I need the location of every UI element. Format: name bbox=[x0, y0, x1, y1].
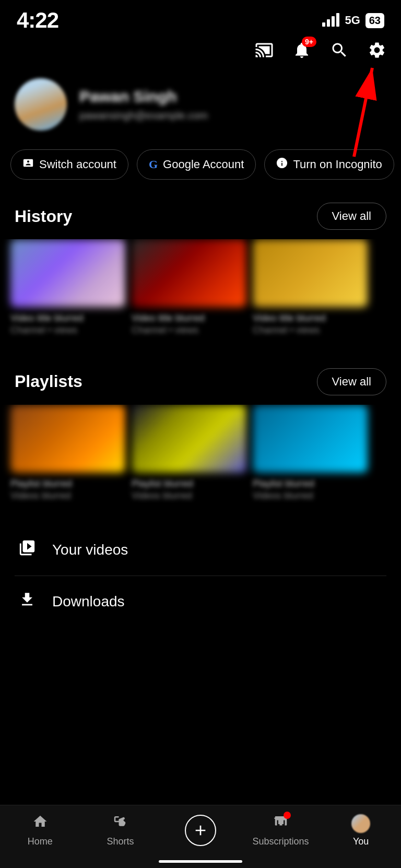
history-thumb-2-text: Video title blurredChannel • views bbox=[132, 312, 246, 337]
history-thumb-2 bbox=[132, 239, 246, 307]
notification-button[interactable]: 9+ bbox=[292, 41, 311, 64]
google-account-button[interactable]: G Google Account bbox=[137, 149, 256, 180]
search-button[interactable] bbox=[330, 41, 349, 64]
history-thumb-3-text: Video title blurredChannel • views bbox=[253, 312, 368, 337]
playlists-thumbnails-row: Playlist blurredVideos blurred Playlist … bbox=[0, 405, 401, 509]
list-item[interactable]: Playlist blurredVideos blurred bbox=[253, 405, 368, 502]
playlists-view-all-button[interactable]: View all bbox=[317, 368, 386, 395]
switch-account-icon bbox=[22, 157, 34, 172]
home-icon bbox=[32, 814, 48, 833]
signal-bar-1 bbox=[322, 22, 325, 27]
subscriptions-label: Subscriptions bbox=[253, 836, 309, 847]
shorts-label: Shorts bbox=[107, 836, 134, 847]
home-label: Home bbox=[28, 836, 53, 847]
playlists-section: Playlists View all Playlist blurredVideo… bbox=[0, 354, 401, 509]
switch-account-label: Switch account bbox=[39, 158, 116, 171]
downloads-icon bbox=[17, 591, 38, 613]
home-indicator bbox=[159, 860, 242, 863]
profile-name: Pawan Singh bbox=[79, 88, 208, 105]
your-videos-label: Your videos bbox=[52, 542, 128, 558]
playlist-thumb-2-text: Playlist blurredVideos blurred bbox=[132, 478, 246, 502]
battery-indicator: 63 bbox=[365, 13, 384, 28]
list-item[interactable]: Video title blurredChannel • views bbox=[253, 239, 368, 337]
history-view-all-button[interactable]: View all bbox=[317, 203, 386, 230]
your-videos-menu-item[interactable]: Your videos bbox=[0, 524, 401, 576]
list-item[interactable]: Playlist blurredVideos blurred bbox=[132, 405, 246, 502]
history-thumb-3 bbox=[253, 239, 368, 307]
network-label: 5G bbox=[345, 14, 360, 27]
playlists-header: Playlists View all bbox=[0, 354, 401, 405]
profile-section: Pawan Singh pawansingh@example.com bbox=[0, 68, 401, 141]
switch-account-button[interactable]: Switch account bbox=[10, 149, 128, 180]
your-videos-icon bbox=[17, 539, 38, 561]
downloads-label: Downloads bbox=[52, 593, 125, 610]
playlist-thumb-3 bbox=[253, 405, 368, 473]
incognito-label: Turn on Incognito bbox=[293, 158, 382, 171]
playlist-thumb-2 bbox=[132, 405, 246, 473]
battery-level: 63 bbox=[369, 15, 381, 27]
nav-you[interactable]: You bbox=[332, 814, 390, 847]
list-item[interactable]: Video title blurredChannel • views bbox=[10, 239, 125, 337]
google-account-label: Google Account bbox=[163, 158, 244, 171]
shorts-icon bbox=[112, 814, 128, 833]
history-section: History View all Video title blurredChan… bbox=[0, 188, 401, 343]
history-thumb-1 bbox=[10, 239, 125, 307]
list-item[interactable]: Playlist blurredVideos blurred bbox=[10, 405, 125, 502]
google-icon: G bbox=[149, 158, 158, 171]
nav-subscriptions[interactable]: Subscriptions bbox=[252, 814, 310, 847]
create-button[interactable] bbox=[185, 815, 216, 846]
signal-bar-3 bbox=[332, 16, 335, 27]
cast-button[interactable] bbox=[255, 41, 274, 64]
signal-bar-2 bbox=[327, 19, 330, 27]
subscriptions-icon bbox=[273, 814, 289, 833]
bottom-nav: Home Shorts Subscriptions You bbox=[0, 805, 401, 868]
you-avatar bbox=[351, 814, 370, 833]
profile-info: Pawan Singh pawansingh@example.com bbox=[79, 88, 208, 122]
top-bar: 9+ bbox=[0, 37, 401, 68]
account-buttons-row: Switch account G Google Account Turn on … bbox=[0, 141, 401, 188]
menu-items-section: Your videos Downloads bbox=[0, 514, 401, 638]
incognito-button[interactable]: Turn on Incognito bbox=[264, 149, 394, 180]
history-thumbnails-row: Video title blurredChannel • views Video… bbox=[0, 239, 401, 343]
status-time: 4:22 bbox=[17, 8, 58, 33]
status-bar: 4:22 5G 63 bbox=[0, 0, 401, 37]
playlist-thumb-3-text: Playlist blurredVideos blurred bbox=[253, 478, 368, 502]
playlist-thumb-1 bbox=[10, 405, 125, 473]
incognito-icon bbox=[276, 157, 288, 172]
subscriptions-badge bbox=[284, 812, 291, 819]
nav-shorts[interactable]: Shorts bbox=[91, 814, 149, 847]
playlists-title: Playlists bbox=[15, 372, 82, 391]
downloads-menu-item[interactable]: Downloads bbox=[0, 576, 401, 627]
settings-button[interactable] bbox=[368, 41, 386, 64]
you-label: You bbox=[353, 836, 369, 847]
nav-create[interactable] bbox=[172, 815, 229, 846]
history-thumb-1-text: Video title blurredChannel • views bbox=[10, 312, 125, 337]
history-header: History View all bbox=[0, 188, 401, 239]
signal-bar-4 bbox=[336, 13, 339, 27]
nav-home[interactable]: Home bbox=[11, 814, 69, 847]
notification-badge: 9+ bbox=[302, 37, 316, 47]
list-item[interactable]: Video title blurredChannel • views bbox=[132, 239, 246, 337]
signal-bars bbox=[322, 14, 339, 27]
playlist-thumb-1-text: Playlist blurredVideos blurred bbox=[10, 478, 125, 502]
avatar bbox=[15, 78, 67, 131]
history-title: History bbox=[15, 207, 72, 226]
status-icons: 5G 63 bbox=[322, 13, 384, 28]
profile-email: pawansingh@example.com bbox=[79, 110, 208, 122]
